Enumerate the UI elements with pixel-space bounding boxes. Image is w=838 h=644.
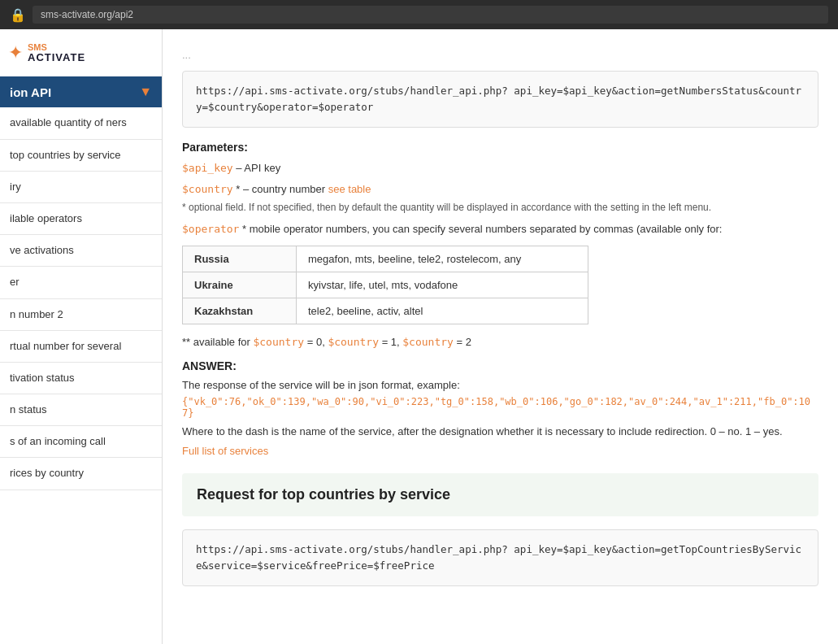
sidebar-item-incoming-call[interactable]: s of an incoming call [0, 426, 162, 458]
country-kazakhstan: Kazakhstan [183, 298, 297, 324]
sidebar-item-top-countries[interactable]: top countries by service [0, 140, 162, 172]
operators-russia: megafon, mts, beeline, tele2, rostelecom… [297, 246, 588, 272]
parameters-label: Parameters: [182, 141, 818, 154]
sidebar: ✦ SMS ACTIVATE ion API ▼ available quant… [0, 29, 163, 644]
country-russia: Russia [183, 246, 297, 272]
top-text: ... [182, 42, 818, 61]
answer-desc: The response of the service will be in j… [182, 379, 818, 391]
lock-icon: 🔒 [10, 7, 26, 23]
api-url-block[interactable]: https://api.sms-activate.org/stubs/handl… [182, 71, 818, 128]
section-card-top-countries: Request for top countries by service [182, 473, 818, 516]
param-operator-desc: * mobile operator numbers, you can speci… [242, 223, 722, 235]
sidebar-item-n-status[interactable]: n status [0, 394, 162, 426]
param-country-desc: * – country number [236, 183, 328, 195]
country-var-2: $country [328, 336, 379, 348]
request-api-url-block[interactable]: https://api.sms-activate.org/stubs/handl… [182, 529, 818, 586]
country-var-3: $country [402, 336, 454, 348]
logo-area: ✦ SMS ACTIVATE [0, 29, 162, 76]
sidebar-item-iry[interactable]: iry [0, 172, 162, 203]
browser-bar: 🔒 sms-activate.org/api2 [0, 0, 838, 29]
logo-icon: ✦ [8, 42, 23, 63]
logo-text: SMS ACTIVATE [28, 42, 85, 63]
available-note: ** available for $country = 0, $country … [182, 336, 818, 348]
full-list-link[interactable]: Full list of services [182, 445, 268, 457]
operators-kazakhstan: tele2, beeline, activ, altel [297, 298, 588, 324]
operator-table: Russia megafon, mts, beeline, tele2, ros… [182, 246, 588, 324]
param-api-key-desc: – API key [236, 162, 280, 174]
sidebar-item-activations[interactable]: ve activations [0, 235, 162, 267]
param-api-key-name: $api_key [182, 162, 233, 174]
content-inner: ... https://api.sms-activate.org/stubs/h… [163, 29, 838, 619]
param-operator-name: $operator [182, 223, 239, 235]
country-ukraine: Ukraine [183, 272, 297, 298]
browser-url[interactable]: sms-activate.org/api2 [33, 6, 828, 24]
chevron-down-icon: ▼ [139, 85, 152, 99]
answer-label: ANSWER: [182, 359, 818, 372]
country-val-3: = 2 [457, 336, 471, 348]
sidebar-item-virtual-number[interactable]: rtual number for several [0, 331, 162, 363]
param-country-name: $country [182, 183, 233, 195]
table-row: Ukraine kyivstar, life, utel, mts, vodaf… [183, 272, 588, 298]
logo-activate: ACTIVATE [28, 52, 85, 63]
sidebar-item-activation-status[interactable]: tivation status [0, 363, 162, 394]
param-optional-note: * optional field. If not specified, then… [182, 202, 818, 213]
table-row: Russia megafon, mts, beeline, tele2, ros… [183, 246, 588, 272]
page-wrap: ✦ SMS ACTIVATE ion API ▼ available quant… [0, 29, 838, 644]
sidebar-section-label: ion API [10, 85, 51, 99]
sidebar-item-number2[interactable]: n number 2 [0, 299, 162, 331]
sidebar-item-available-operators[interactable]: ilable operators [0, 203, 162, 235]
country-val-2: = 1, [382, 336, 403, 348]
json-example: {"vk_0":76,"ok_0":139,"wa_0":90,"vi_0":2… [182, 396, 818, 419]
param-api-key: $api_key – API key [182, 160, 818, 176]
table-row: Kazakhstan tele2, beeline, activ, altel [183, 298, 588, 324]
answer-note: Where to the dash is the name of the ser… [182, 425, 818, 437]
sidebar-item-prices-by-country[interactable]: rices by country [0, 458, 162, 490]
section-card-title: Request for top countries by service [197, 486, 804, 503]
operators-ukraine: kyivstar, life, utel, mts, vodafone [297, 272, 588, 298]
main-content: ... https://api.sms-activate.org/stubs/h… [163, 29, 838, 644]
country-var-1: $country [253, 336, 304, 348]
param-country: $country * – country number see table [182, 181, 818, 198]
available-prefix: ** available for [182, 336, 253, 348]
param-operator-line: $operator * mobile operator numbers, you… [182, 221, 818, 237]
see-table-link[interactable]: see table [328, 183, 371, 195]
sidebar-item-er[interactable]: er [0, 267, 162, 298]
country-val-1: = 0, [307, 336, 328, 348]
sidebar-section-header[interactable]: ion API ▼ [0, 76, 162, 107]
sidebar-item-available-quantity[interactable]: available quantity of ners [0, 107, 162, 139]
